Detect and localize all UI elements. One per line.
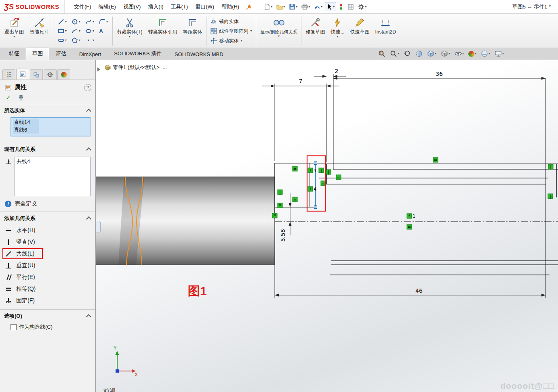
rapid-button[interactable]: 快速... ▾ — [328, 15, 347, 48]
dimxpert-manager-tab[interactable] — [44, 69, 57, 80]
panel-splitter-handle[interactable] — [96, 221, 101, 233]
tab-features[interactable]: 特征 — [2, 48, 26, 60]
rectangle-tool[interactable]: ▾ — [56, 27, 68, 36]
linear-pattern-button[interactable]: 线性草图阵列 ▾ — [208, 27, 254, 36]
tab-evaluate[interactable]: 评估 — [49, 48, 73, 60]
display-manager-tab[interactable] — [57, 69, 70, 80]
exit-sketch-button[interactable]: 退出草图 ▾ — [2, 15, 27, 48]
undo-button[interactable]: ▾ — [312, 2, 324, 12]
evaluate-sheet-button[interactable] — [346, 2, 356, 12]
sketch-geometry[interactable] — [275, 163, 558, 275]
constraint-badge[interactable]: | — [326, 170, 331, 175]
keep-visible-pin-icon[interactable] — [18, 94, 24, 101]
display-delete-relations-button[interactable]: 显示/删除几何关系 ▾ — [257, 15, 300, 48]
existing-relations-list[interactable]: 共线4 — [15, 157, 91, 196]
spline-tool[interactable]: ▾ — [84, 17, 96, 26]
constraint-badge[interactable]: | — [548, 194, 553, 199]
constraint-badge[interactable]: = — [293, 197, 297, 202]
options-button[interactable]: ▾ — [356, 2, 368, 12]
view-orientation-button[interactable]: ▾ — [425, 49, 438, 59]
relation-vertical-button[interactable]: 竖直(V) — [2, 237, 43, 247]
constraint-badges[interactable]: **|==/4/4||===*1=|| — [272, 157, 553, 229]
section-view-button[interactable] — [414, 49, 424, 59]
feature-manager-tab[interactable] — [2, 69, 15, 80]
shaft-model[interactable] — [96, 177, 275, 265]
feature-tree-root[interactable]: 零件1 (默认<<默认>_... — [105, 64, 167, 71]
select-tool-button[interactable]: ▾ — [325, 2, 336, 11]
view-settings-button[interactable]: ▾ — [493, 49, 505, 59]
instant2d-button[interactable]: Instant2D — [372, 15, 398, 48]
selected-entities-header[interactable]: 所选实体 — [0, 104, 95, 116]
display-style-button[interactable]: ▾ — [439, 49, 452, 59]
ellipse-tool[interactable]: ▾ — [84, 27, 96, 36]
relation-fix-button[interactable]: 固定(F) — [2, 295, 43, 306]
offset-entities-button[interactable]: 等距实体 — [180, 15, 205, 48]
scene-button[interactable]: ▾ — [479, 49, 492, 59]
constraint-badge[interactable]: | — [319, 168, 324, 173]
appearances-button[interactable]: ▾ — [467, 50, 478, 58]
menu-item-view[interactable]: 视图(V) — [120, 0, 144, 13]
open-button[interactable]: ▾ — [275, 2, 286, 12]
save-button[interactable]: ▾ — [287, 2, 299, 12]
zoom-area-button[interactable]: ▾ — [388, 49, 401, 59]
fillet-tool[interactable]: ▾ — [97, 17, 109, 26]
menu-item-file[interactable]: 文件(F) — [70, 0, 95, 13]
constraint-badge[interactable]: = — [293, 166, 297, 171]
zoom-fit-button[interactable] — [377, 49, 387, 59]
polygon-tool[interactable]: ▾ — [70, 36, 82, 45]
relation-collinear-button[interactable]: 共线(L) — [2, 248, 43, 259]
tab-dimxpert[interactable]: DimXpert — [73, 49, 107, 60]
tab-solidworks-mbd[interactable]: SOLIDWORKS MBD — [168, 49, 230, 60]
menu-item-edit[interactable]: 编辑(E) — [95, 0, 120, 13]
constraint-badge[interactable]: = — [433, 157, 438, 162]
relation-horizontal-button[interactable]: 水平(H) — [2, 225, 43, 236]
add-relations-header[interactable]: 添加几何关系 — [0, 212, 95, 224]
selected-entities-list[interactable]: 直线14 直线6 — [11, 117, 91, 136]
relation-equal-button[interactable]: 相等(Q) — [2, 283, 43, 294]
constraint-badge[interactable]: /4 — [308, 168, 316, 173]
relation-perpendicular-button[interactable]: 垂直(U) — [2, 260, 43, 271]
feature-tree-flyout-arrow[interactable] — [97, 67, 100, 71]
constraint-badge[interactable]: | — [548, 164, 553, 170]
sketch-text-tool[interactable]: A — [97, 27, 109, 36]
menu-item-insert[interactable]: 插入(I) — [144, 0, 167, 13]
constraint-badge[interactable]: /4 — [308, 187, 316, 192]
ok-button[interactable]: ✓ — [6, 94, 11, 101]
list-item[interactable]: 直线14 — [13, 119, 39, 126]
arc-tool[interactable]: ▾ — [70, 27, 82, 36]
rapid-sketch-button[interactable]: 快速草图 — [347, 15, 372, 48]
options-header[interactable]: 选项(O) — [0, 309, 95, 322]
circle-tool[interactable]: ▾ — [70, 17, 82, 26]
dimension-labels[interactable]: 7 2 36 5.58 46 — [280, 68, 443, 294]
tab-solidworks-addins[interactable]: SOLIDWORKS 插件 — [107, 48, 168, 60]
pin-menu-icon[interactable] — [244, 2, 253, 11]
constraint-badge[interactable]: | — [278, 190, 282, 195]
constraint-badge[interactable]: = — [407, 224, 412, 229]
menu-item-window[interactable]: 窗口(W) — [192, 0, 218, 13]
constraint-badge[interactable]: = — [336, 175, 341, 180]
constraint-badge[interactable]: *1 — [407, 214, 415, 219]
convert-entities-button[interactable]: 转换实体引用 — [145, 15, 180, 48]
trim-entities-button[interactable]: 剪裁实体(T) ▾ — [114, 15, 145, 48]
point-tool[interactable]: ▾ — [84, 36, 96, 45]
list-item[interactable]: 共线4 — [17, 158, 88, 165]
property-manager-tab[interactable] — [16, 69, 29, 80]
performance-pipeline-button[interactable] — [337, 2, 345, 12]
line-tool[interactable]: ▾ — [56, 17, 68, 26]
constraint-badge[interactable]: * — [272, 213, 277, 218]
smart-dimension-button[interactable]: 智能尺寸 — [27, 15, 52, 48]
construction-line-checkbox[interactable] — [11, 324, 17, 330]
new-document-button[interactable]: ▾ — [262, 2, 274, 12]
graphics-viewport[interactable]: 7 2 36 5.58 46 **|==/4/4||===*1=|| Y X — [96, 60, 558, 392]
slot-tool[interactable]: ▾ — [56, 36, 68, 45]
menu-item-help[interactable]: 帮助(H) — [218, 0, 243, 13]
mirror-entities-button[interactable]: 镜向实体 — [208, 17, 254, 26]
existing-relations-header[interactable]: 现有几何关系 — [0, 143, 95, 155]
print-button[interactable]: ▾ — [300, 2, 312, 12]
help-icon[interactable]: ? — [84, 84, 91, 91]
repair-sketch-button[interactable]: 修复草图 — [303, 15, 328, 48]
menu-item-tools[interactable]: 工具(T) — [167, 0, 192, 13]
hide-show-items-button[interactable]: ▾ — [453, 49, 465, 59]
tab-sketch[interactable]: 草图 — [26, 48, 49, 60]
previous-view-button[interactable] — [402, 49, 413, 59]
